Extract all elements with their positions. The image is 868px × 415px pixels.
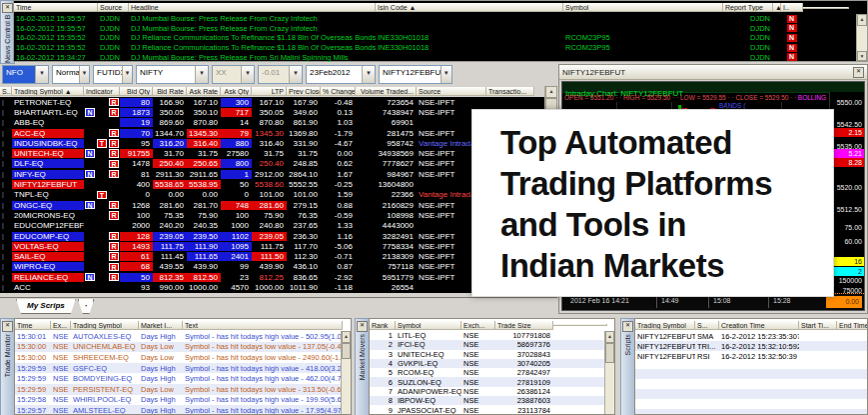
alert-row[interactable]: 15:30:00NSESHREECEM-EQDays LowSymbol - h… (15, 352, 351, 363)
watch-row[interactable]: |RELIANCE-EQNR50812.35812.5023812.25836.… (0, 272, 544, 282)
column-header[interactable]: % Change (321, 87, 356, 96)
alert-row[interactable]: 15:29:57NSEAMLSTEEL-EQDays HighSymbol - … (15, 405, 351, 415)
chart-titlebar[interactable]: NIFTY12FEBFUT ✕ (559, 65, 867, 80)
watch-row[interactable]: |TNPL-EQT00.000.000101.00101.001.5922366… (0, 190, 544, 200)
column-header[interactable]: Exch... (461, 321, 495, 330)
news-scrollbar[interactable]: ▲ ▼ (856, 14, 867, 61)
close-icon[interactable]: ✕ (853, 67, 864, 78)
watch-row[interactable]: |EDUCOMP-EQR128239.05239.501102239.05236… (0, 231, 544, 241)
column-header[interactable]: Trading Symbol (635, 321, 695, 330)
chevron-down-icon[interactable]: ▼ (289, 66, 302, 83)
column-header[interactable]: Creation Time (719, 321, 799, 330)
watch-row[interactable]: |PETRONET-EQR80166.90167.10300167.10167.… (0, 97, 544, 107)
watch-row[interactable]: |VOLTAS-EQR1493111.75111.901095111.75117… (0, 241, 544, 251)
column-header[interactable]: Bid Qty (120, 87, 153, 96)
scrip-alerts-scrollbar[interactable]: ▲ (341, 331, 351, 414)
column-header[interactable]: Source (417, 87, 486, 96)
watch-row[interactable]: |WIPRO-EQR68439.55439.9099439.90436.100.… (0, 262, 544, 272)
toolbar-combo-001[interactable]: -0.01▼ (258, 65, 303, 84)
toolbar-combo-23feb2012[interactable]: 23Feb2012▼ (306, 65, 376, 84)
close-icon[interactable]: ✕ (2, 321, 13, 332)
mover-row[interactable]: 9JPASSOCIAT-EQNSE23113784 (370, 405, 614, 414)
column-header[interactable]: Trading Symbol ▲ (12, 87, 84, 96)
column-header[interactable]: I.. (781, 3, 803, 12)
script-row[interactable]: NIFTY12FEBFUTTRI...16-2-2012 15:32:10:59… (635, 341, 867, 351)
column-header[interactable]: Time (15, 321, 51, 330)
toolbar-combo-xx[interactable]: XX▼ (212, 65, 255, 84)
market-movers-scrollbar[interactable]: ▲ (604, 331, 614, 414)
news-row[interactable]: 16-02-2012 15:34:27DJDNDJ Mumbai Bourse:… (14, 52, 867, 62)
column-header[interactable]: Text (183, 321, 343, 330)
alert-row[interactable]: 15:29:58NSEWHIRLPOOL-EQDays HighSymbol -… (15, 395, 351, 406)
mover-row[interactable]: 2IFCI-EQNSE58697376 (370, 340, 614, 349)
watch-row[interactable]: |ONGC-EQNR1268281.60281.70748281.60279.1… (0, 200, 544, 210)
column-header[interactable]: LTP (252, 87, 287, 96)
chevron-down-icon[interactable]: ▼ (79, 66, 89, 83)
watch-row[interactable]: |UNITECH-EQNR9175531.7031.752758031.7531… (0, 148, 544, 158)
column-header[interactable]: Trading Symbol (71, 321, 139, 330)
column-header[interactable]: Transactio... (486, 87, 534, 96)
column-header[interactable]: Isin Code ▲ (376, 3, 563, 12)
column-header[interactable]: Bid Rate (153, 87, 187, 96)
chevron-down-icon[interactable]: ▼ (35, 66, 48, 83)
watch-row[interactable]: |EDUCOMP12FEBFUT2000240.20240.351000240.… (0, 221, 544, 231)
script-row[interactable]: NIFTY12FEBFUTRSI16-2-2012 15:32:50:39 (635, 351, 867, 361)
column-header[interactable]: Trade Size (495, 321, 553, 330)
column-header[interactable]: Indicator (84, 87, 120, 96)
column-header[interactable]: Volume Traded... (356, 87, 417, 96)
tab-my-scrips[interactable]: My Scrips (16, 299, 76, 314)
mover-row[interactable]: 3UNITECH-EQNSE37028843 (370, 350, 614, 359)
chevron-down-icon[interactable]: ▼ (241, 66, 254, 83)
watch-row[interactable]: |BHARTIARTL-EQNR1873350.05350.10717350.0… (0, 107, 544, 117)
column-header[interactable]: Time (14, 3, 98, 12)
column-header[interactable] (803, 7, 849, 9)
toolbar-combo-nfo[interactable]: NFO▼ (2, 65, 49, 84)
news-row[interactable]: 16-02-2012 15:35:52DJDNDJ Reliance Commu… (14, 43, 867, 53)
watch-row[interactable]: |ACC-EQR701344.701345.30791345.301369.80… (0, 128, 544, 138)
scroll-up-icon[interactable]: ▲ (605, 331, 614, 343)
script-row[interactable]: NIFTY12FEBFUTSMA16-2-2012 15:23:35:307 (635, 331, 867, 341)
mover-row[interactable]: 6SUZLON-EQNSE27819109 (370, 377, 614, 386)
column-header[interactable]: Headline (129, 3, 376, 12)
tab-new-sheet[interactable]: · (78, 299, 95, 314)
chevron-down-icon[interactable]: ▼ (440, 66, 451, 83)
column-header[interactable]: Source (98, 3, 129, 12)
close-icon[interactable]: ✕ (2, 3, 13, 13)
toolbar-combo-futidx[interactable]: FUTIDX▼ (93, 65, 133, 84)
alert-row[interactable]: 15:29:59NSEBOMDYEING-EQDays HighSymbol -… (15, 373, 351, 384)
watch-row[interactable]: |INFY-EQNR812911.302911.6512912.002864.1… (0, 169, 544, 179)
alert-row[interactable]: 15:29:59NSEPERSISTENT-EQDays LowSymbol -… (15, 384, 351, 395)
scroll-up-icon[interactable]: ▲ (342, 331, 351, 343)
watch-row[interactable]: |SAIL-EQR61111.45111.652401111.50112.30-… (0, 251, 544, 261)
alert-row[interactable]: 15:29:59NSEGSFC-EQDays HighSymbol - has … (15, 363, 351, 374)
watch-row[interactable]: |ACC93990.001000.0045701000.001011.90-1.… (0, 282, 544, 292)
news-row[interactable]: 16-02-2012 15:35:57DJDNDJ Mumbai Bourse:… (14, 24, 867, 34)
chevron-down-icon[interactable]: ▼ (195, 66, 208, 83)
mover-row[interactable]: 5RCOM-EQNSE27842497 (370, 368, 614, 377)
column-header[interactable]: Ex... (51, 321, 71, 330)
news-row[interactable]: 16-02-2012 15:35:52DJDNDJ Reliance Commu… (14, 33, 867, 43)
column-header[interactable]: End Time (837, 321, 868, 330)
watch-row[interactable]: |20MICRONS-EQR10075.3575.9010075.9076.35… (0, 210, 544, 220)
toolbar-combo-nifty[interactable]: NIFTY▼ (136, 65, 209, 84)
column-header[interactable]: S.. (0, 87, 12, 96)
column-header[interactable]: Symbol (563, 3, 723, 12)
alert-row[interactable]: 15:30:00NSEUNICHEMLAB-EQDays LowSymbol -… (15, 342, 351, 353)
toolbar-combo-normal[interactable]: Normal▼ (52, 65, 90, 84)
mover-row[interactable]: 4GVKPIL-EQNSE30740205 (370, 359, 614, 368)
chevron-down-icon[interactable]: ▼ (122, 66, 132, 83)
close-icon[interactable]: ✕ (357, 321, 368, 332)
chevron-down-icon[interactable]: ▼ (362, 66, 375, 83)
column-header[interactable]: Rank (370, 321, 396, 330)
watch-row[interactable]: |NIFTY12FEBFUT4005538.655538.95505538.60… (0, 179, 544, 189)
watch-row[interactable]: |ABB-EQ19869.60870.8014870.80861.901.036… (0, 118, 544, 128)
column-header[interactable]: ▲ (773, 3, 781, 12)
toolbar-combo-nifty12febfut[interactable]: NIFTY12FEBFUT▼ (379, 65, 452, 84)
news-row[interactable]: 16-02-2012 15:35:57DJDNDJ Mumbai Bourse:… (14, 14, 867, 24)
alert-row[interactable]: 15:30:01NSEAUTOAXLES-EQDays HighSymbol -… (15, 331, 351, 342)
mover-row[interactable]: 8IBPOW-EQNSE23887603 (370, 396, 614, 405)
close-icon[interactable]: ✕ (622, 321, 633, 332)
scroll-down-icon[interactable]: ▼ (857, 51, 867, 61)
column-header[interactable]: Prev Close (287, 87, 321, 96)
scroll-up-icon[interactable]: ▲ (545, 86, 557, 98)
